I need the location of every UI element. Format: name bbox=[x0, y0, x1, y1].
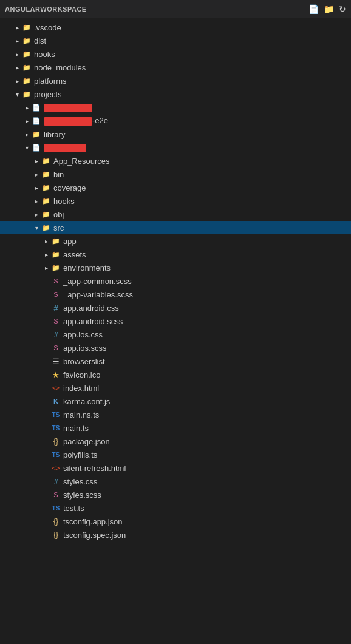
explorer-content: 📁.vscode📁dist📁hooks📁node_modules📁platfor… bbox=[0, 18, 351, 544]
file-icon: 📁 bbox=[22, 49, 32, 59]
chevron-closed bbox=[32, 156, 41, 166]
item-label: library bbox=[44, 130, 346, 139]
item-label: favicon.ico bbox=[63, 370, 346, 379]
item-label: tsconfig.app.json bbox=[63, 517, 346, 526]
tree-item-main-ns-ts[interactable]: TSmain.ns.ts bbox=[0, 408, 351, 421]
tree-item-hooks2[interactable]: 📁hooks bbox=[0, 194, 351, 208]
tree-item-package-json[interactable]: {}package.json bbox=[0, 435, 351, 448]
new-file-icon[interactable]: 📄 bbox=[308, 4, 319, 14]
tree-item-library[interactable]: 📁library bbox=[0, 127, 351, 141]
tree-item-node_modules[interactable]: 📁node_modules bbox=[0, 61, 351, 74]
tree-item-assets[interactable]: 📁assets bbox=[0, 248, 351, 261]
tree-item-app_resources[interactable]: 📁App_Resources bbox=[0, 154, 351, 168]
tree-item-vscode[interactable]: 📁.vscode bbox=[0, 21, 351, 34]
file-icon: S bbox=[51, 316, 61, 326]
file-icon: 📁 bbox=[41, 156, 51, 166]
file-icon: S bbox=[51, 490, 61, 500]
tree-item-browserslist[interactable]: ☰browserslist bbox=[0, 354, 351, 368]
chevron-closed bbox=[22, 116, 32, 126]
file-icon: 📁 bbox=[41, 183, 51, 192]
item-label: environments bbox=[63, 263, 346, 273]
file-icon: S bbox=[51, 343, 61, 353]
chevron-closed bbox=[41, 263, 51, 273]
tree-item-app-variables-scss[interactable]: S_app-variables.scss bbox=[0, 288, 351, 301]
item-label: dist bbox=[34, 36, 346, 46]
tree-item-app-android-scss[interactable]: Sapp.android.scss bbox=[0, 314, 351, 328]
tree-item-environments[interactable]: 📁environments bbox=[0, 261, 351, 274]
tree-item-app-ios-css[interactable]: #app.ios.css bbox=[0, 328, 351, 341]
tree-item-dist[interactable]: 📁dist bbox=[0, 34, 351, 47]
chevron-closed bbox=[41, 249, 51, 259]
tree-item-projects[interactable]: 📁projects bbox=[0, 87, 351, 101]
item-label: assets bbox=[63, 250, 346, 259]
file-icon: {} bbox=[51, 530, 61, 540]
file-icon: 📁 bbox=[41, 169, 51, 179]
file-icon: 📁 bbox=[22, 63, 32, 72]
title-bar: ANGULARWORKSPACE 📄 📁 ↻ bbox=[0, 0, 351, 18]
file-icon: S bbox=[51, 290, 61, 299]
item-label: silent-refresh.html bbox=[63, 464, 346, 473]
item-label: app.ios.css bbox=[63, 330, 346, 339]
refresh-icon[interactable]: ↻ bbox=[339, 4, 346, 14]
explorer-label: ANGULARWORKSPACE bbox=[5, 5, 87, 13]
file-icon: K bbox=[51, 396, 61, 406]
chevron-closed bbox=[12, 49, 22, 59]
file-icon: # bbox=[51, 330, 61, 339]
item-label: tsconfig.spec.json bbox=[63, 530, 346, 540]
tree-item-app-ios-scss[interactable]: Sapp.ios.scss bbox=[0, 341, 351, 354]
tree-item-redacted2[interactable]: 📄-e2e bbox=[0, 114, 351, 127]
tree-item-app-common-scss[interactable]: S_app-common.scss bbox=[0, 274, 351, 288]
item-label: styles.scss bbox=[63, 490, 346, 500]
item-label: package.json bbox=[63, 437, 346, 446]
tree-item-app[interactable]: 📁app bbox=[0, 234, 351, 248]
file-icon: <> bbox=[51, 463, 61, 473]
chevron-open bbox=[12, 89, 22, 99]
file-icon: 📁 bbox=[22, 36, 32, 46]
file-icon: 📁 bbox=[41, 209, 51, 219]
tree-item-app-android-css[interactable]: #app.android.css bbox=[0, 301, 351, 314]
tree-item-polyfills-ts[interactable]: TSpolyfills.ts bbox=[0, 448, 351, 461]
tree-item-tsconfig-app-json[interactable]: {}tsconfig.app.json bbox=[0, 515, 351, 528]
file-icon: 📁 bbox=[22, 22, 32, 32]
tree-item-favicon-ico[interactable]: ★favicon.ico bbox=[0, 368, 351, 381]
item-label: bin bbox=[53, 170, 346, 179]
item-label: hooks bbox=[53, 197, 346, 206]
tree-item-silent-refresh-html[interactable]: <>silent-refresh.html bbox=[0, 461, 351, 475]
item-label: polyfills.ts bbox=[63, 450, 346, 459]
file-icon: {} bbox=[51, 436, 61, 446]
tree-item-styles-scss[interactable]: Sstyles.scss bbox=[0, 488, 351, 501]
tree-item-tsconfig-spec-json[interactable]: {}tsconfig.spec.json bbox=[0, 528, 351, 541]
tree-item-hooks[interactable]: 📁hooks bbox=[0, 47, 351, 61]
item-label: app.ios.scss bbox=[63, 344, 346, 353]
chevron-closed bbox=[22, 103, 32, 112]
item-label: src bbox=[53, 223, 346, 232]
tree-item-redacted1[interactable]: 📄 bbox=[0, 101, 351, 114]
file-icon: 📄 bbox=[32, 116, 41, 126]
item-label bbox=[44, 103, 346, 112]
tree-item-obj[interactable]: 📁obj bbox=[0, 208, 351, 221]
tree-item-coverage[interactable]: 📁coverage bbox=[0, 181, 351, 194]
file-icon: 📄 bbox=[32, 143, 41, 152]
title-bar-left: ANGULARWORKSPACE bbox=[5, 5, 87, 13]
tree-item-src[interactable]: 📁src bbox=[0, 221, 351, 234]
tree-item-main-ts[interactable]: TSmain.ts bbox=[0, 421, 351, 435]
tree-item-test-ts[interactable]: TStest.ts bbox=[0, 501, 351, 515]
file-icon: TS bbox=[51, 450, 61, 459]
tree-item-index-html[interactable]: <>index.html bbox=[0, 381, 351, 395]
file-icon: <> bbox=[51, 383, 61, 393]
item-label: platforms bbox=[34, 76, 346, 86]
tree-item-karma-conf-js[interactable]: Kkarma.conf.js bbox=[0, 395, 351, 408]
item-label: karma.conf.js bbox=[63, 397, 346, 406]
new-folder-icon[interactable]: 📁 bbox=[324, 4, 334, 14]
tree-item-styles-css[interactable]: #styles.css bbox=[0, 475, 351, 488]
file-icon: 📁 bbox=[22, 89, 32, 99]
item-label: App_Resources bbox=[53, 157, 346, 166]
tree-item-platforms[interactable]: 📁platforms bbox=[0, 74, 351, 87]
title-bar-actions: 📄 📁 ↻ bbox=[308, 4, 346, 14]
item-label: _app-common.scss bbox=[63, 277, 346, 286]
tree-item-redacted3[interactable]: 📄 bbox=[0, 141, 351, 154]
chevron-open bbox=[22, 143, 32, 152]
file-icon: # bbox=[51, 303, 61, 313]
file-icon: TS bbox=[51, 503, 61, 513]
tree-item-bin[interactable]: 📁bin bbox=[0, 168, 351, 181]
